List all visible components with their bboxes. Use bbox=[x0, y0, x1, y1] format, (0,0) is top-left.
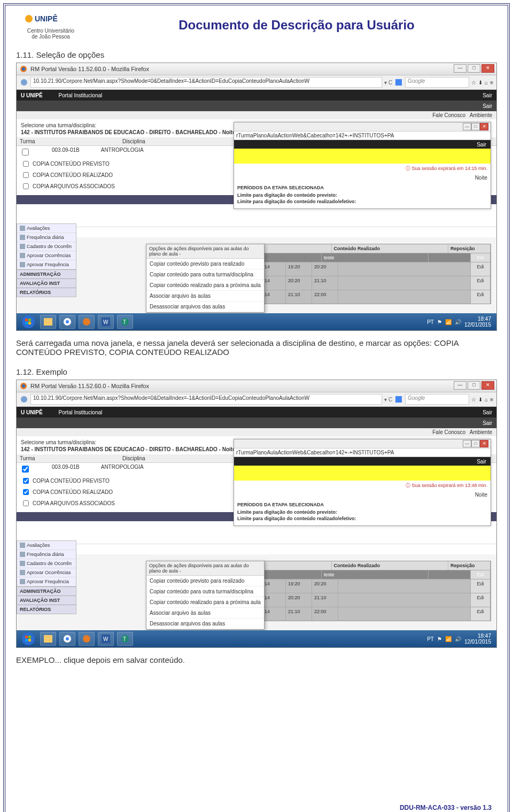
tb-explorer-icon-2[interactable] bbox=[40, 632, 56, 646]
menu-icon-2[interactable]: ≡ bbox=[490, 397, 493, 403]
edit-link-0[interactable]: Edi bbox=[471, 253, 491, 262]
popup-item-1b[interactable]: Copiar conteúdo para outra turma/discipl… bbox=[146, 586, 264, 597]
tb-explorer-icon[interactable] bbox=[40, 315, 56, 329]
start-button-icon-2[interactable] bbox=[20, 632, 37, 646]
row-checkbox-2[interactable] bbox=[22, 466, 29, 473]
popup-item-4[interactable]: Desassociar arquivos das aulas bbox=[146, 301, 264, 312]
sair-link-top-2[interactable]: Sair bbox=[483, 409, 492, 415]
bookmark-star-icon[interactable]: ☆ bbox=[471, 80, 476, 86]
tray-flag-icon[interactable]: ⚑ bbox=[437, 319, 442, 325]
tb-lang[interactable]: PT bbox=[427, 319, 434, 325]
edit-link-2b[interactable]: Edi bbox=[471, 593, 491, 607]
tray-network-icon[interactable]: 📶 bbox=[445, 319, 452, 325]
fale-conosco-link[interactable]: Fale Conosco bbox=[432, 112, 465, 118]
tray-speaker-icon-2[interactable]: 🔊 bbox=[455, 636, 461, 642]
sb-aprovar-freq-2[interactable]: Aprovar Frequência bbox=[17, 577, 76, 586]
maximize-button[interactable]: □ bbox=[468, 64, 480, 73]
minimize-button[interactable]: — bbox=[454, 64, 467, 73]
home-icon-2[interactable]: ⌂ bbox=[485, 397, 488, 403]
close-button[interactable]: ✕ bbox=[481, 64, 494, 73]
tray-flag-icon-2[interactable]: ⚑ bbox=[437, 636, 442, 642]
tb-app-icon[interactable]: T bbox=[117, 315, 133, 329]
tray-network-icon-2[interactable]: 📶 bbox=[445, 636, 452, 642]
sair-link-2[interactable]: Sair bbox=[483, 103, 492, 109]
overlap-close[interactable]: ✕ bbox=[480, 123, 488, 130]
tray-speaker-icon[interactable]: 🔊 bbox=[455, 319, 461, 325]
nav-dropdown-icon-2[interactable]: ▾ C bbox=[384, 397, 392, 403]
bookmark-star-icon-2[interactable]: ☆ bbox=[471, 397, 476, 403]
minimize-button-2[interactable]: — bbox=[454, 381, 467, 390]
overlap-sair-2[interactable]: Sair bbox=[477, 459, 486, 465]
cb-arquivos-2[interactable] bbox=[23, 500, 29, 506]
tb-firefox-icon[interactable] bbox=[79, 315, 95, 329]
popup-item-3[interactable]: Associar arquivo às aulas bbox=[146, 291, 264, 301]
ambiente-link-2[interactable]: Ambiente bbox=[470, 429, 492, 435]
edit-link-1[interactable]: Edi bbox=[471, 262, 491, 276]
portal-link-2[interactable]: Portal Institucional bbox=[59, 409, 103, 415]
sb-avaliacoes[interactable]: Avaliações bbox=[17, 224, 76, 233]
cb-realizado-2[interactable] bbox=[23, 489, 29, 495]
start-button-icon[interactable] bbox=[20, 315, 37, 329]
url-field[interactable]: 10.10.21.90/Corpore.Net/Main.aspx?ShowMo… bbox=[30, 77, 382, 88]
ambiente-link[interactable]: Ambiente bbox=[470, 112, 492, 118]
edit-link-1b[interactable]: Edi bbox=[471, 579, 491, 593]
tb-word-icon[interactable]: W bbox=[98, 315, 114, 329]
cb-previsto[interactable] bbox=[23, 161, 29, 167]
sb-aprovar-oc[interactable]: Aprovar Ocorrências bbox=[17, 251, 76, 260]
cb-realizado[interactable] bbox=[23, 172, 29, 178]
sb-avaliacoes-2[interactable]: Avaliações bbox=[17, 541, 76, 550]
sb-group-rel-2[interactable]: RELATÓRIOS bbox=[17, 605, 76, 614]
overlap-max-2[interactable]: □ bbox=[471, 440, 480, 447]
search-field[interactable]: Google bbox=[405, 77, 469, 88]
overlap-close-2[interactable]: ✕ bbox=[480, 440, 488, 447]
sb-aprovar-oc-2[interactable]: Aprovar Ocorrências bbox=[17, 568, 76, 577]
overlap-max[interactable]: □ bbox=[471, 123, 480, 130]
sb-group-aval-2[interactable]: AVALIAÇÃO INST bbox=[17, 596, 76, 605]
overlap-sair[interactable]: Sair bbox=[477, 142, 486, 148]
tb-lang-2[interactable]: PT bbox=[427, 636, 434, 642]
maximize-button-2[interactable]: □ bbox=[468, 381, 480, 390]
sair-link-2b[interactable]: Sair bbox=[483, 420, 492, 426]
edit-link-3[interactable]: Edi bbox=[471, 290, 491, 304]
home-icon[interactable]: ⌂ bbox=[485, 80, 488, 86]
edit-link-0b[interactable]: Edi bbox=[471, 570, 491, 579]
cb-arquivos[interactable] bbox=[23, 183, 29, 189]
sb-cadastro-2[interactable]: Cadastro de Ocorrên bbox=[17, 559, 76, 568]
menu-icon[interactable]: ≡ bbox=[490, 80, 493, 86]
popup-item-3b[interactable]: Associar arquivo às aulas bbox=[146, 608, 264, 618]
cb-previsto-2[interactable] bbox=[23, 478, 29, 484]
portal-link[interactable]: Portal Institucional bbox=[59, 92, 103, 98]
nav-dropdown-icon[interactable]: ▾ C bbox=[384, 80, 392, 86]
tb-word-icon-2[interactable]: W bbox=[98, 632, 114, 646]
popup-item-2[interactable]: Copiar conteúdo realizado para a próxima… bbox=[146, 280, 264, 291]
sb-aprovar-freq[interactable]: Aprovar Frequência bbox=[17, 260, 76, 269]
popup-item-0[interactable]: Copiar conteúdo previsto para realizado bbox=[146, 259, 264, 269]
sb-group-admin[interactable]: ADMINISTRAÇÃO bbox=[17, 269, 76, 279]
popup-item-1[interactable]: Copiar conteúdo para outra turma/discipl… bbox=[146, 269, 264, 280]
tb-chrome-icon[interactable] bbox=[59, 315, 75, 329]
url-field-2[interactable]: 10.10.21.90/Corpore.Net/Main.aspx?ShowMo… bbox=[30, 394, 382, 405]
row-checkbox[interactable] bbox=[22, 149, 29, 156]
tb-app-icon-2[interactable]: T bbox=[117, 632, 133, 646]
downloads-icon[interactable]: ⬇ bbox=[478, 80, 483, 86]
edit-link-2[interactable]: Edi bbox=[471, 276, 491, 290]
sb-group-aval[interactable]: AVALIAÇÃO INST bbox=[17, 279, 76, 288]
fale-conosco-link-2[interactable]: Fale Conosco bbox=[432, 429, 465, 435]
popup-item-4b[interactable]: Desassociar arquivos das aulas bbox=[146, 618, 264, 629]
sb-cadastro[interactable]: Cadastro de Ocorrên bbox=[17, 242, 76, 251]
sb-frequencia-2[interactable]: Frequência diária bbox=[17, 550, 76, 559]
overlap-min[interactable]: — bbox=[463, 123, 471, 130]
edit-link-3b[interactable]: Edi bbox=[471, 607, 491, 621]
tb-chrome-icon-2[interactable] bbox=[59, 632, 75, 646]
overlap-url-2[interactable]: rTurmaPlanoAulaActionWeb&Cabecalho=142+-… bbox=[234, 448, 491, 457]
search-field-2[interactable]: Google bbox=[405, 394, 469, 405]
popup-item-0b[interactable]: Copiar conteúdo previsto para realizado bbox=[146, 576, 264, 586]
sair-link-top[interactable]: Sair bbox=[483, 92, 492, 98]
downloads-icon-2[interactable]: ⬇ bbox=[478, 397, 483, 403]
popup-item-2b[interactable]: Copiar conteúdo realizado para a próxima… bbox=[146, 597, 264, 608]
tb-firefox-icon-2[interactable] bbox=[79, 632, 95, 646]
taskbar-clock-2[interactable]: 18:47 12/01/2015 bbox=[464, 633, 493, 645]
sb-frequencia[interactable]: Frequência diária bbox=[17, 233, 76, 242]
sb-group-admin-2[interactable]: ADMINISTRAÇÃO bbox=[17, 586, 76, 596]
close-button-2[interactable]: ✕ bbox=[481, 381, 494, 390]
